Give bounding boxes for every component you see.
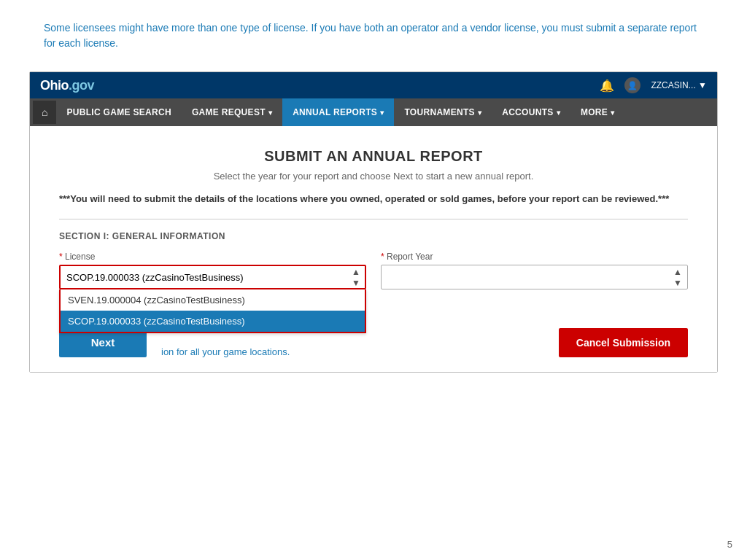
- license-select[interactable]: SVEN.19.000004 (zzCasinoTestBusiness) SC…: [59, 265, 366, 289]
- browser-frame: Ohio.gov 🔔 👤 ZZCASIN... ▼ ⌂ PUBLIC GAME …: [29, 71, 718, 373]
- nav-tournaments[interactable]: TOURNAMENTS ▾: [394, 98, 492, 126]
- nav-home-button[interactable]: ⌂: [33, 101, 56, 124]
- main-content: SUBMIT AN ANNUAL REPORT Select the year …: [30, 126, 717, 372]
- nav-more-label: MORE: [581, 107, 608, 117]
- nav-more-chevron: ▾: [611, 109, 614, 117]
- license-label: * License: [59, 252, 366, 262]
- note-text: ion for all your game locations.: [161, 346, 290, 357]
- report-year-select-wrapper: 2019 2020 ▲ ▼: [381, 265, 688, 289]
- nav-bar: ⌂ PUBLIC GAME SEARCH GAME REQUEST ▾ ANNU…: [30, 98, 717, 126]
- cancel-submission-button[interactable]: Cancel Submission: [559, 328, 688, 357]
- section-divider: [59, 219, 688, 219]
- warning-text: ***You will need to submit the details o…: [59, 193, 688, 204]
- nav-annual-reports-label: ANNUAL REPORTS: [293, 107, 377, 117]
- ohio-gov-text: .gov: [69, 78, 94, 93]
- ohio-logo-text: Ohio: [40, 78, 69, 93]
- section-general-info-header: SECTION I: GENERAL INFORMATION: [59, 231, 688, 241]
- form-fields-row: * License SVEN.19.000004 (zzCasinoTestBu…: [59, 252, 688, 289]
- nav-public-game-search[interactable]: PUBLIC GAME SEARCH: [56, 98, 181, 126]
- dropdown-option-2[interactable]: SCOP.19.000033 (zzCasinoTestBusiness): [61, 311, 365, 332]
- report-year-label: * Report Year: [381, 252, 688, 262]
- license-form-group: * License SVEN.19.000004 (zzCasinoTestBu…: [59, 252, 366, 289]
- nav-accounts-chevron: ▾: [557, 109, 560, 117]
- user-avatar: 👤: [624, 77, 640, 93]
- ohio-header: Ohio.gov 🔔 👤 ZZCASIN... ▼: [30, 72, 717, 98]
- report-year-select[interactable]: 2019 2020: [381, 265, 688, 289]
- page-number: 5: [727, 539, 732, 550]
- license-dropdown-list: SVEN.19.000004 (zzCasinoTestBusiness) SC…: [59, 289, 366, 333]
- nav-accounts[interactable]: ACCOUNTS ▾: [492, 98, 570, 126]
- nav-annual-reports-chevron: ▾: [380, 109, 384, 117]
- nav-game-request-label: GAME REQUEST: [192, 107, 266, 117]
- page-subtitle: Select the year for your report and choo…: [59, 171, 688, 182]
- dropdown-option-1[interactable]: SVEN.19.000004 (zzCasinoTestBusiness): [61, 289, 365, 311]
- intro-text: Some licensees might have more than one …: [44, 20, 703, 51]
- cancel-button-area: Cancel Submission: [559, 328, 688, 357]
- nav-game-request-chevron: ▾: [268, 109, 272, 117]
- intro-section: Some licensees might have more than one …: [0, 0, 747, 64]
- nav-more[interactable]: MORE ▾: [570, 98, 625, 126]
- license-label-text: License: [65, 252, 95, 262]
- header-right: 🔔 👤 ZZCASIN... ▼: [600, 77, 707, 93]
- page-title: SUBMIT AN ANNUAL REPORT: [59, 148, 688, 165]
- nav-tournaments-chevron: ▾: [478, 109, 481, 117]
- nav-game-request[interactable]: GAME REQUEST ▾: [182, 98, 282, 126]
- report-year-label-text: Report Year: [387, 252, 433, 262]
- user-label[interactable]: ZZCASIN... ▼: [651, 80, 707, 90]
- report-year-form-group: * Report Year 2019 2020 ▲ ▼: [381, 252, 688, 289]
- ohio-logo: Ohio.gov: [40, 78, 94, 93]
- report-year-required-star: *: [381, 252, 384, 262]
- nav-public-game-search-label: PUBLIC GAME SEARCH: [66, 107, 171, 117]
- license-select-wrapper: SVEN.19.000004 (zzCasinoTestBusiness) SC…: [59, 265, 366, 289]
- nav-annual-reports[interactable]: ANNUAL REPORTS ▾: [282, 98, 394, 126]
- note-area: ion for all your game locations.: [147, 346, 559, 357]
- license-required-star: *: [59, 252, 63, 262]
- bell-icon[interactable]: 🔔: [600, 79, 614, 93]
- nav-accounts-label: ACCOUNTS: [502, 107, 553, 117]
- nav-tournaments-label: TOURNAMENTS: [404, 107, 474, 117]
